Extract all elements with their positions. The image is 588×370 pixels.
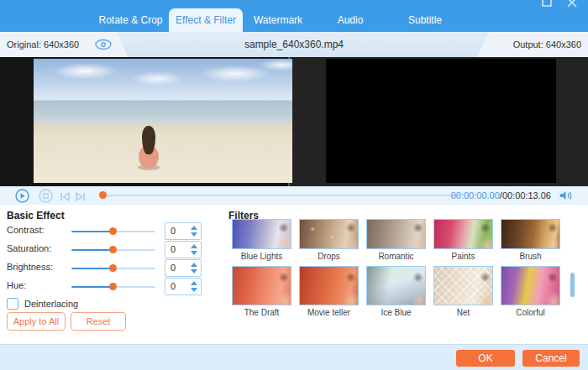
- contrast-row: Contrast: 0: [0, 222, 218, 240]
- filter-thumbnail[interactable]: [501, 266, 560, 305]
- saturation-spinbox[interactable]: 0: [165, 241, 202, 258]
- filter-thumbnail[interactable]: [433, 266, 493, 305]
- filter-label: Drops: [299, 252, 359, 261]
- filter-thumbnail[interactable]: [232, 219, 291, 249]
- filter-thumbnail[interactable]: [232, 266, 291, 305]
- stop-icon: [39, 189, 53, 203]
- filter-label: Brush: [501, 252, 560, 261]
- filter-brush[interactable]: Brush: [501, 219, 560, 261]
- filter-movie-teller[interactable]: Movie teller: [299, 266, 359, 317]
- brightness-slider-handle[interactable]: [109, 264, 117, 272]
- filter-net[interactable]: Net: [433, 266, 493, 317]
- brightness-value[interactable]: 0: [171, 260, 176, 276]
- hue-spinbox[interactable]: 0: [165, 278, 202, 295]
- original-video-preview: [34, 59, 292, 183]
- brightness-up-arrow[interactable]: [191, 263, 197, 267]
- basic-effect-title: Basic Effect: [7, 210, 65, 221]
- filter-the-draft[interactable]: The Draft: [232, 266, 291, 317]
- hue-down-arrow[interactable]: [191, 288, 197, 292]
- brightness-down-arrow[interactable]: [191, 269, 197, 274]
- filter-label: Blue Lights: [232, 252, 291, 261]
- original-resolution-label: Original: 640x360: [7, 32, 79, 57]
- stop-button[interactable]: [39, 189, 53, 206]
- tab-rotate-crop[interactable]: Rotate & Crop: [87, 8, 175, 32]
- person-on-beach: [137, 126, 160, 168]
- filter-drops[interactable]: Drops: [299, 219, 359, 261]
- close-icon: [566, 0, 578, 8]
- hue-slider-handle[interactable]: [109, 283, 117, 290]
- previous-frame-icon: [60, 191, 71, 202]
- filters-scrollbar[interactable]: [570, 273, 575, 297]
- filter-thumbnail[interactable]: [501, 219, 560, 249]
- content-area: Basic Effect Contrast: 0 Saturation: 0 B…: [0, 205, 588, 344]
- play-button[interactable]: [15, 189, 29, 206]
- filter-label: The Draft: [232, 308, 291, 317]
- tab-subtitle[interactable]: Subtitle: [398, 8, 452, 32]
- saturation-label: Saturation:: [7, 243, 51, 253]
- maximize-button[interactable]: [541, 0, 553, 8]
- cancel-button[interactable]: Cancel: [522, 350, 580, 367]
- filter-label: Colorful: [501, 308, 560, 317]
- brightness-spinbox[interactable]: 0: [165, 259, 202, 277]
- reset-button[interactable]: Reset: [71, 312, 126, 331]
- seek-bar[interactable]: [99, 195, 460, 196]
- filter-blue-lights[interactable]: Blue Lights: [232, 219, 291, 261]
- contrast-spinbox[interactable]: 0: [165, 222, 202, 240]
- effect-filter-dialog: Rotate & Crop Effect & Filter Watermark …: [0, 0, 588, 370]
- output-video-preview: [326, 59, 556, 183]
- filter-label: Paints: [433, 252, 493, 261]
- footer-bar: OK Cancel: [0, 344, 588, 370]
- saturation-up-arrow[interactable]: [191, 244, 197, 248]
- saturation-value[interactable]: 0: [171, 242, 176, 258]
- output-resolution-label: Output: 640x360: [513, 32, 581, 57]
- brightness-label: Brightness:: [7, 262, 53, 272]
- seek-handle[interactable]: [99, 191, 107, 199]
- time-display: 00:00:00.00/00:00:13.06: [451, 186, 551, 205]
- hue-up-arrow[interactable]: [191, 281, 197, 285]
- hue-label: Hue:: [7, 280, 26, 290]
- saturation-down-arrow[interactable]: [191, 251, 197, 255]
- tab-audio[interactable]: Audio: [323, 8, 377, 32]
- filter-thumbnail[interactable]: [433, 219, 493, 249]
- filter-label: Romantic: [366, 252, 426, 261]
- tab-effect-filter[interactable]: Effect & Filter: [169, 8, 243, 32]
- close-button[interactable]: [566, 0, 578, 8]
- volume-button[interactable]: [559, 189, 573, 206]
- apply-to-all-button[interactable]: Apply to All: [7, 312, 66, 331]
- filter-thumbnail[interactable]: [366, 219, 426, 249]
- filter-thumbnail[interactable]: [299, 219, 359, 249]
- filter-romantic[interactable]: Romantic: [366, 219, 426, 261]
- play-icon: [15, 189, 29, 203]
- filter-colorful[interactable]: Colorful: [501, 266, 560, 317]
- filter-thumbnail[interactable]: [366, 266, 426, 305]
- filter-thumbnail[interactable]: [299, 266, 359, 305]
- contrast-value[interactable]: 0: [171, 223, 176, 239]
- tab-watermark[interactable]: Watermark: [251, 8, 305, 32]
- hue-value[interactable]: 0: [171, 279, 176, 294]
- filter-label: Movie teller: [299, 308, 359, 317]
- checkbox-box[interactable]: [7, 298, 18, 310]
- eye-icon: [94, 39, 113, 50]
- saturation-slider-handle[interactable]: [109, 246, 117, 253]
- filter-label: Ice Blue: [366, 308, 426, 317]
- filter-paints[interactable]: Paints: [433, 219, 493, 261]
- volume-icon: [559, 189, 573, 202]
- contrast-down-arrow[interactable]: [191, 232, 197, 237]
- person-hair: [142, 126, 155, 154]
- next-frame-button[interactable]: [75, 190, 86, 206]
- deinterlacing-checkbox[interactable]: Deinterlacing: [7, 298, 78, 310]
- contrast-slider-handle[interactable]: [109, 227, 117, 235]
- contrast-label: Contrast:: [7, 225, 45, 235]
- contrast-up-arrow[interactable]: [191, 226, 197, 230]
- previous-frame-button[interactable]: [60, 190, 71, 206]
- preview-stage: [0, 57, 588, 186]
- hue-row: Hue: 0: [0, 278, 218, 295]
- ok-button[interactable]: OK: [456, 350, 515, 367]
- info-bar: Original: 640x360 sample_640x360.mp4 Out…: [0, 32, 588, 57]
- filter-ice-blue[interactable]: Ice Blue: [366, 266, 426, 317]
- deinterlacing-label: Deinterlacing: [24, 299, 78, 309]
- total-time: 00:00:13.06: [502, 190, 551, 201]
- file-name: sample_640x360.mp4: [168, 32, 420, 57]
- preview-toggle-button[interactable]: [94, 39, 113, 54]
- saturation-row: Saturation: 0: [0, 241, 218, 258]
